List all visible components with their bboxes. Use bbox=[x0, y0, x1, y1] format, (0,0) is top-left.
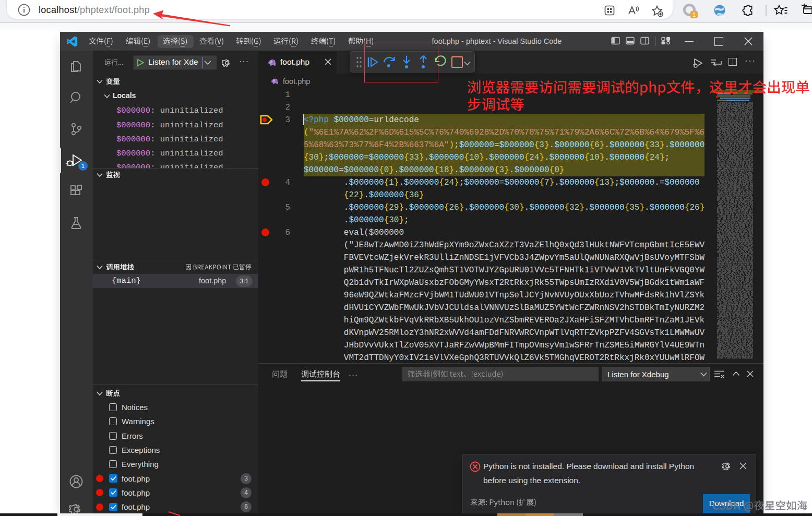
svg-text:1: 1 bbox=[692, 11, 696, 18]
